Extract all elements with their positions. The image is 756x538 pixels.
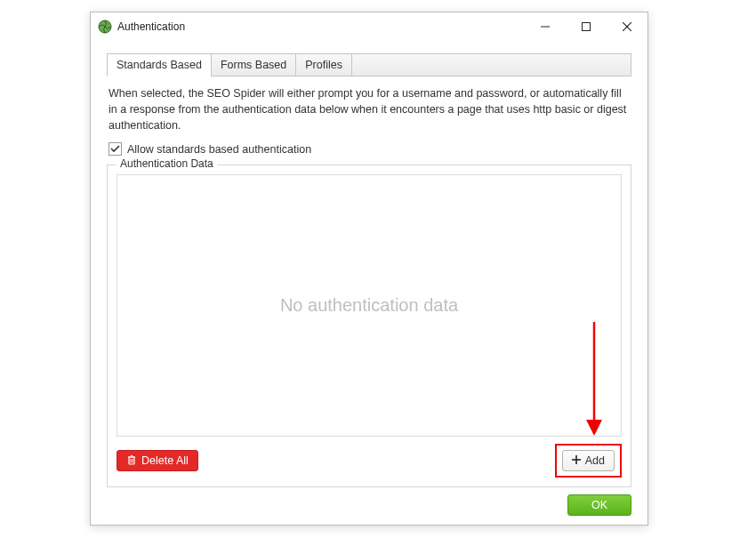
tab-forms-based[interactable]: Forms Based [212, 54, 296, 76]
window-controls [525, 12, 647, 41]
tab-standards-based[interactable]: Standards Based [108, 54, 212, 76]
allow-standards-label[interactable]: Allow standards based authentication [127, 143, 311, 156]
minimize-button[interactable] [525, 12, 566, 41]
tab-label: Standards Based [117, 59, 202, 71]
window-title: Authentication [117, 20, 525, 33]
empty-placeholder: No authentication data [280, 295, 458, 316]
trash-icon [126, 454, 137, 468]
close-button[interactable] [607, 12, 647, 41]
dialog-footer: OK [107, 487, 631, 516]
maximize-button[interactable] [566, 12, 607, 41]
delete-all-button[interactable]: Delete All [117, 450, 198, 471]
svg-rect-2 [583, 23, 591, 31]
tab-bar: Standards Based Forms Based Profiles [107, 53, 631, 76]
svg-rect-5 [129, 457, 134, 464]
titlebar: Authentication [91, 12, 647, 41]
checkmark-icon [110, 144, 120, 154]
tab-label: Forms Based [221, 59, 286, 71]
app-icon [98, 20, 112, 34]
tab-label: Profiles [305, 59, 342, 71]
plus-icon [572, 454, 581, 467]
ok-label: OK [591, 499, 607, 511]
annotation-add-highlight: Add [555, 444, 622, 478]
group-title: Authentication Data [117, 157, 217, 170]
add-button[interactable]: Add [562, 450, 615, 471]
add-label: Add [585, 454, 605, 467]
allow-standards-checkbox[interactable] [109, 142, 122, 156]
auth-data-list: No authentication data [117, 174, 622, 437]
ok-button[interactable]: OK [567, 494, 631, 516]
delete-all-label: Delete All [141, 454, 189, 467]
dialog-content: Standards Based Forms Based Profiles Whe… [91, 41, 647, 525]
group-actions: Delete All Add [117, 444, 622, 478]
auth-dialog: Authentication Standards Based Forms Bas… [90, 12, 648, 526]
description-text: When selected, the SEO Spider will eithe… [109, 85, 630, 133]
tab-profiles[interactable]: Profiles [296, 54, 352, 76]
allow-standards-checkbox-row: Allow standards based authentication [109, 142, 630, 156]
auth-data-group: Authentication Data No authentication da… [107, 165, 631, 487]
